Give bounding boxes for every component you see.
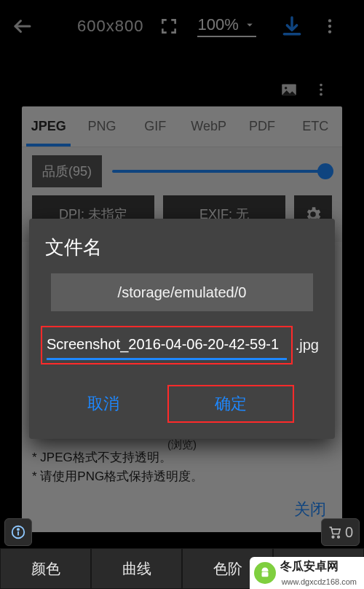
file-extension: .jpg: [296, 337, 319, 354]
watermark-url: www.dgxcdz168.com: [282, 577, 357, 586]
dialog-title: 文件名: [45, 235, 319, 260]
bottom-tool-row: 0: [0, 516, 364, 548]
bottom-tab-curves[interactable]: 曲线: [91, 548, 182, 589]
cart-button[interactable]: 0: [321, 518, 360, 546]
filename-dialog: 文件名 /storage/emulated/0 Screenshot_2016-…: [29, 219, 335, 439]
dialog-actions: 取消 确定: [45, 382, 319, 426]
watermark-logo-icon: [254, 562, 276, 584]
filename-text: Screenshot_2016-04-06-20-42-59-1: [47, 333, 287, 355]
ok-button[interactable]: 确定: [169, 386, 293, 421]
filename-input[interactable]: Screenshot_2016-04-06-20-42-59-1: [45, 330, 288, 360]
svg-point-12: [332, 536, 334, 538]
cart-icon: [328, 525, 342, 539]
input-underline: [47, 358, 287, 360]
cancel-button[interactable]: 取消: [60, 386, 147, 421]
svg-rect-14: [261, 572, 268, 577]
watermark: 冬瓜安卓网 www.dgxcdz168.com: [250, 557, 364, 589]
cart-count: 0: [345, 524, 353, 541]
svg-point-11: [17, 528, 19, 530]
filename-row: Screenshot_2016-04-06-20-42-59-1 .jpg: [45, 330, 319, 360]
svg-point-13: [338, 536, 340, 538]
info-button[interactable]: [4, 518, 32, 546]
watermark-name: 冬瓜安卓网: [280, 560, 339, 572]
bottom-tab-color[interactable]: 颜色: [0, 548, 91, 589]
path-field[interactable]: /storage/emulated/0: [51, 273, 313, 311]
